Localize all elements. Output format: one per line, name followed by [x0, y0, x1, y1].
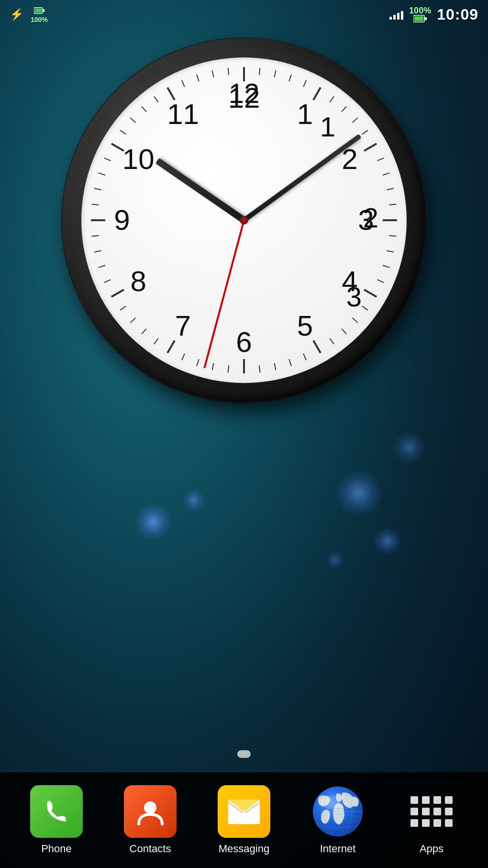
clock-widget[interactable]: // Generated via JS below 12 1 2 3 12123…: [62, 38, 426, 402]
usb-icon: ⚡: [10, 8, 24, 21]
svg-text:11: 11: [167, 98, 199, 130]
dock-item-internet[interactable]: Internet: [311, 785, 364, 855]
svg-line-59: [104, 158, 111, 161]
svg-line-51: [104, 280, 111, 282]
signal-bars: [389, 9, 403, 20]
svg-text:3: 3: [358, 204, 374, 236]
svg-rect-4: [414, 16, 423, 21]
svg-line-26: [389, 236, 396, 237]
svg-text:8: 8: [130, 265, 146, 297]
svg-line-63: [142, 106, 146, 112]
svg-line-48: [130, 318, 135, 323]
svg-line-41: [228, 365, 229, 372]
dock: Phone Contacts Messaging: [0, 772, 488, 868]
dock-item-phone[interactable]: Phone: [30, 785, 83, 855]
svg-line-17: [342, 106, 346, 112]
svg-line-20: [364, 144, 377, 151]
center-dot: [240, 216, 248, 225]
svg-rect-1: [35, 9, 42, 12]
svg-line-43: [197, 359, 199, 366]
svg-rect-5: [425, 17, 427, 20]
dock-item-contacts[interactable]: Contacts: [124, 785, 177, 855]
svg-text:6: 6: [236, 326, 252, 358]
svg-line-14: [303, 80, 306, 87]
battery-small-icon: [34, 6, 44, 16]
svg-line-18: [353, 118, 358, 123]
svg-line-23: [387, 188, 394, 190]
svg-text:10: 10: [122, 143, 155, 175]
apps-grid: [408, 793, 455, 830]
svg-text:1: 1: [297, 98, 313, 130]
battery-full-icon: 100%: [409, 6, 431, 23]
svg-line-31: [362, 306, 368, 310]
signal-bar-1: [389, 17, 392, 20]
svg-line-37: [289, 359, 291, 366]
svg-line-57: [94, 188, 101, 190]
bokeh-light-2: [182, 488, 206, 512]
battery-100-label: 100%: [31, 16, 48, 23]
svg-line-21: [377, 158, 384, 161]
bokeh-light-1: [134, 503, 172, 541]
svg-line-67: [197, 75, 199, 81]
bokeh-light-5: [373, 527, 402, 555]
svg-line-29: [377, 280, 384, 282]
svg-line-61: [120, 130, 126, 135]
dock-item-messaging[interactable]: Messaging: [218, 785, 270, 855]
svg-line-19: [362, 130, 368, 135]
contacts-label: Contacts: [130, 843, 171, 855]
apps-label: Apps: [420, 843, 444, 855]
svg-line-16: [330, 96, 334, 102]
svg-line-69: [228, 68, 229, 75]
dock-item-apps[interactable]: Apps: [405, 785, 458, 855]
bokeh-light-3: [335, 469, 383, 517]
svg-line-58: [99, 173, 105, 175]
svg-rect-84: [228, 813, 260, 824]
svg-line-12: [274, 70, 276, 78]
svg-line-34: [330, 338, 334, 344]
svg-line-64: [154, 96, 158, 102]
svg-text:5: 5: [297, 310, 313, 342]
svg-line-68: [212, 70, 213, 78]
battery-percent-label: 100%: [31, 6, 48, 23]
svg-line-36: [303, 354, 306, 361]
page-dot-active: [237, 750, 251, 758]
svg-text:9: 9: [114, 204, 130, 236]
svg-line-27: [387, 250, 394, 252]
svg-line-38: [274, 363, 276, 370]
page-indicator: [237, 750, 251, 758]
svg-line-32: [353, 318, 358, 323]
svg-text:12: 12: [228, 82, 260, 114]
svg-line-50: [111, 290, 124, 297]
phone-label: Phone: [41, 843, 72, 855]
clock-face: // Generated via JS below 12 1 2 3 12123…: [81, 57, 407, 383]
bokeh-light-6: [325, 551, 344, 570]
svg-line-54: [92, 236, 99, 237]
svg-line-53: [94, 250, 101, 252]
svg-line-22: [383, 173, 389, 175]
svg-line-15: [313, 88, 321, 100]
svg-point-82: [144, 801, 156, 814]
svg-text:4: 4: [342, 265, 357, 297]
svg-line-11: [259, 68, 260, 75]
svg-line-47: [142, 329, 146, 334]
clock-outer-ring: // Generated via JS below 12 1 2 3 12123…: [62, 38, 426, 402]
messaging-label: Messaging: [219, 843, 269, 855]
time-display: 10:09: [437, 6, 478, 23]
svg-line-45: [167, 340, 175, 353]
phone-icon: [30, 785, 83, 838]
status-bar: ⚡ 100% 100%: [0, 0, 488, 29]
svg-line-52: [99, 265, 105, 268]
bokeh-light-4: [392, 431, 426, 464]
internet-label: Internet: [320, 843, 356, 855]
contacts-icon: [124, 785, 177, 838]
svg-rect-2: [43, 9, 44, 12]
messaging-icon: [218, 785, 270, 838]
svg-line-66: [182, 80, 185, 87]
signal-bar-2: [393, 15, 396, 20]
svg-line-33: [342, 329, 346, 334]
status-right: 100% 10:09: [389, 6, 478, 23]
svg-line-62: [130, 118, 135, 123]
svg-line-39: [259, 365, 260, 372]
svg-line-44: [182, 354, 185, 361]
svg-line-30: [364, 290, 377, 297]
